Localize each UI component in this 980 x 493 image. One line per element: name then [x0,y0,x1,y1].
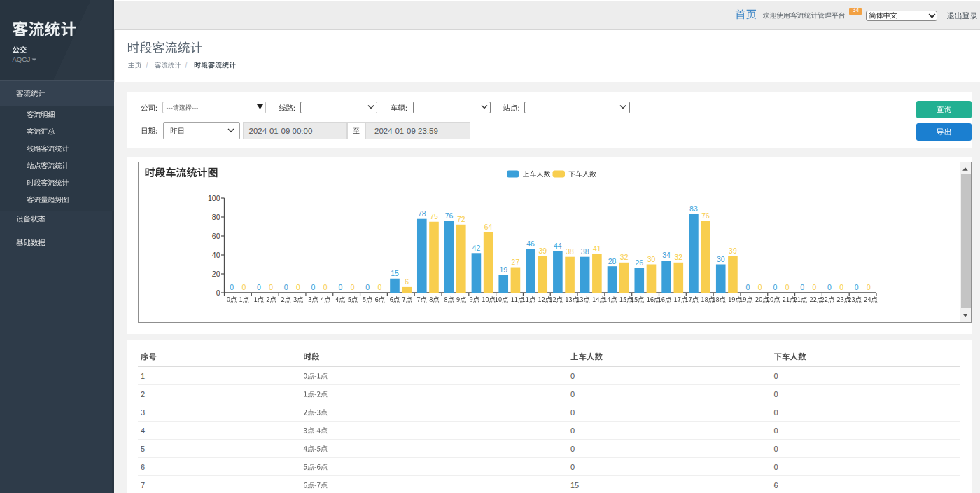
svg-text:60: 60 [212,232,220,240]
svg-text:0: 0 [812,283,816,291]
svg-text:100: 100 [208,194,220,202]
svg-text:0: 0 [570,390,575,398]
svg-text:0: 0 [257,283,261,291]
svg-text:15: 15 [391,269,399,277]
svg-text:0: 0 [800,283,804,291]
svg-text:0: 0 [758,283,762,291]
svg-text:27: 27 [512,258,520,266]
svg-text:0: 0 [867,283,871,291]
svg-text:0: 0 [241,283,246,291]
svg-text:83: 83 [690,204,698,213]
svg-text:0: 0 [570,408,575,417]
svg-text:76: 76 [445,211,454,220]
svg-text:0: 0 [570,372,575,380]
svg-text:80: 80 [212,213,220,221]
svg-text:0: 0 [216,289,220,297]
svg-text:6: 6 [774,481,778,489]
svg-text:0: 0 [269,283,273,291]
svg-text:0: 0 [377,283,382,291]
svg-text:30: 30 [717,255,725,263]
svg-text:0: 0 [570,463,575,471]
svg-text:39: 39 [729,246,737,255]
svg-text:40: 40 [212,251,220,259]
svg-text:44: 44 [554,242,562,250]
svg-text:0: 0 [774,463,778,471]
svg-text:AQGJ: AQGJ [13,55,31,63]
svg-text:28: 28 [608,257,617,265]
svg-text:2: 2 [141,390,145,398]
svg-text:64: 64 [484,223,493,231]
svg-text:34: 34 [853,6,860,13]
svg-text:0: 0 [570,426,575,435]
svg-text:19: 19 [499,265,507,274]
svg-text:0: 0 [284,283,288,291]
svg-text:32: 32 [620,253,629,261]
svg-text:4: 4 [141,426,145,435]
svg-text:0: 0 [312,283,316,291]
svg-text:42: 42 [472,244,481,252]
svg-text:20: 20 [212,270,220,278]
svg-text:0: 0 [296,283,300,291]
svg-text:5: 5 [141,445,145,453]
svg-text:0: 0 [785,283,790,291]
svg-text:39: 39 [538,246,547,255]
svg-text:41: 41 [593,244,601,253]
svg-text:34: 34 [662,251,671,259]
svg-text:0: 0 [365,283,370,291]
svg-text:3: 3 [141,408,145,417]
svg-text:0: 0 [774,372,778,380]
svg-text:0: 0 [570,445,575,453]
svg-text:2024-01-09 23:59: 2024-01-09 23:59 [374,127,438,135]
svg-text:0: 0 [827,283,832,291]
svg-text:32: 32 [674,253,682,261]
svg-text:0: 0 [746,283,750,291]
svg-text:0: 0 [351,283,355,291]
svg-text:26: 26 [635,258,643,267]
svg-text:15: 15 [570,481,579,489]
svg-text:/: / [186,62,188,69]
svg-text:75: 75 [430,212,438,221]
svg-text:0: 0 [323,283,328,291]
svg-text:/: / [146,62,148,69]
svg-text:1: 1 [141,372,145,380]
svg-text:7: 7 [141,481,145,489]
svg-text:38: 38 [581,247,589,256]
svg-text:6: 6 [405,277,409,286]
svg-text:0: 0 [774,390,778,398]
svg-text:0: 0 [855,283,859,291]
svg-text:30: 30 [648,255,656,263]
svg-text:76: 76 [701,211,710,220]
svg-text:0: 0 [774,426,778,435]
svg-text:6: 6 [141,463,145,471]
svg-text:46: 46 [526,239,535,248]
svg-text:0: 0 [774,408,778,417]
svg-text:0: 0 [839,283,844,291]
svg-text:0: 0 [774,445,778,453]
svg-text:78: 78 [418,209,426,218]
svg-text:2024-01-09 00:00: 2024-01-09 00:00 [249,127,313,135]
svg-text:0: 0 [773,283,777,291]
svg-text:38: 38 [566,247,574,256]
svg-text:72: 72 [457,215,465,223]
svg-text:0: 0 [230,283,234,291]
svg-text:0: 0 [338,283,342,291]
